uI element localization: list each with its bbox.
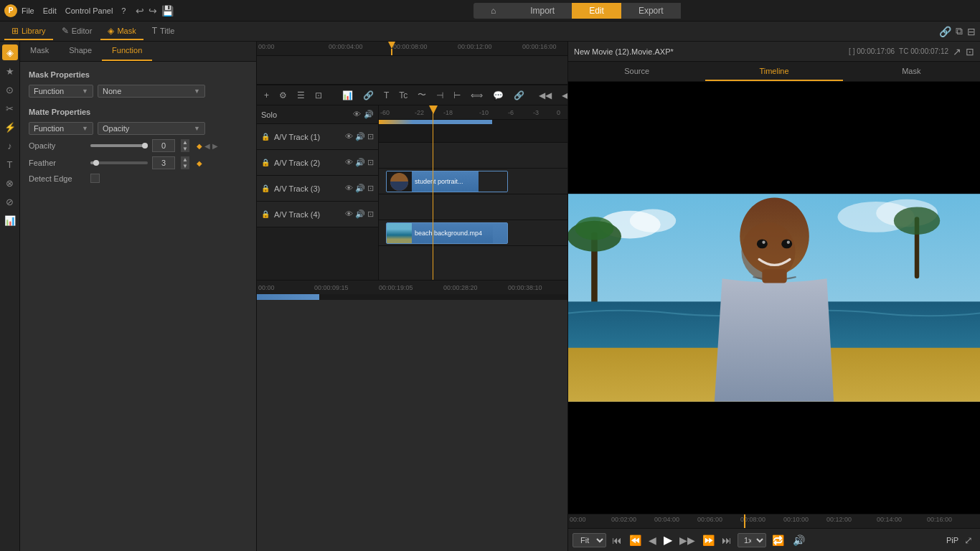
track3-audio-icon[interactable]: 🔊: [355, 184, 365, 193]
export-button[interactable]: Export: [621, 3, 681, 19]
timeline-wave-button[interactable]: 〜: [415, 88, 429, 103]
home-button[interactable]: ⌂: [473, 3, 513, 19]
preview-export-icon[interactable]: ↗: [953, 46, 961, 57]
menu-control-panel[interactable]: Control Panel: [65, 6, 113, 15]
mask-tab-mask[interactable]: Mask: [20, 42, 59, 61]
track3-expand-icon[interactable]: ⊡: [367, 184, 374, 193]
mask-type-dropdown[interactable]: Function ▼: [29, 85, 93, 98]
playback-next-frame[interactable]: ⏭: [719, 533, 735, 547]
track1-expand-icon[interactable]: ⊡: [367, 132, 374, 141]
timeline-trim-button[interactable]: ⊣: [433, 89, 446, 102]
preview-fullscreen-icon[interactable]: ⤢: [961, 533, 976, 547]
track-eye-icon[interactable]: 👁: [353, 110, 361, 119]
track4-lock-icon[interactable]: 🔒: [261, 210, 271, 218]
track2-eye-icon[interactable]: 👁: [345, 158, 353, 167]
track3-lock-icon[interactable]: 🔒: [261, 184, 271, 192]
track3-eye-icon[interactable]: 👁: [345, 184, 353, 193]
playback-back-icon[interactable]: ◀: [646, 533, 659, 547]
preview-settings-icon[interactable]: ⊡: [966, 46, 974, 57]
mask-none-dropdown[interactable]: None ▼: [98, 85, 205, 98]
timeline-text-button[interactable]: T: [381, 89, 392, 102]
clip-student[interactable]: student portrait...: [386, 171, 508, 192]
tab-library[interactable]: ⊞ Library: [4, 23, 53, 40]
timeline-subtitle-button[interactable]: Tc: [396, 89, 410, 102]
playback-play-button[interactable]: ▶: [661, 532, 675, 548]
timeline-menu-button[interactable]: ☰: [294, 89, 308, 102]
speed-dropdown[interactable]: 1x: [738, 533, 766, 547]
timeline-snap-button[interactable]: ⊡: [312, 89, 325, 102]
sidebar-text-icon[interactable]: T: [2, 156, 18, 172]
save-icon[interactable]: 💾: [161, 5, 174, 17]
keyframe-next-icon[interactable]: ▶: [212, 142, 218, 150]
track4-eye-icon[interactable]: 👁: [345, 209, 353, 219]
timeline-scrollbar[interactable]: [257, 294, 567, 300]
playback-step-back[interactable]: ⏪: [626, 533, 644, 547]
timeline-bar-chart-icon[interactable]: 📊: [339, 89, 356, 102]
preview-tab-mask[interactable]: Mask: [843, 62, 980, 81]
mask-tab-function[interactable]: Function: [102, 42, 152, 61]
preview-tab-timeline[interactable]: Timeline: [705, 62, 842, 81]
opacity-slider[interactable]: [90, 144, 148, 147]
keyframe-diamond-icon[interactable]: ◆: [197, 159, 202, 167]
mini-playhead[interactable]: [388, 42, 395, 55]
sidebar-audio-icon[interactable]: ♪: [2, 138, 18, 154]
feather-slider[interactable]: [90, 161, 148, 164]
grid-icon[interactable]: ⊟: [967, 26, 976, 37]
clip-beach[interactable]: beach background.mp4: [386, 222, 508, 244]
matte-type-dropdown[interactable]: Function ▼: [29, 122, 93, 135]
playback-volume-icon[interactable]: 🔊: [790, 533, 808, 547]
playback-forward-icon[interactable]: ▶▶: [677, 533, 698, 547]
playback-step-forward[interactable]: ⏩: [699, 533, 717, 547]
import-button[interactable]: Import: [513, 3, 572, 19]
timeline-chain-button[interactable]: 🔗: [360, 89, 377, 102]
menu-file[interactable]: File: [22, 6, 34, 15]
timeline-add-button[interactable]: +: [261, 89, 272, 102]
opacity-up[interactable]: ▲: [181, 139, 189, 146]
track4-audio-icon[interactable]: 🔊: [355, 209, 365, 219]
menu-edit[interactable]: Edit: [43, 6, 57, 15]
link-icon[interactable]: 🔗: [939, 26, 951, 37]
timeline-slip-button[interactable]: ⟺: [468, 89, 486, 102]
matte-mode-dropdown[interactable]: Opacity ▼: [98, 122, 205, 135]
opacity-input[interactable]: [152, 139, 175, 152]
track-audio-icon[interactable]: 🔊: [364, 110, 374, 119]
timeline-link-button[interactable]: 🔗: [511, 89, 527, 102]
opacity-slider-thumb[interactable]: [142, 143, 148, 149]
track-lock-icon[interactable]: 🔒: [261, 133, 271, 141]
timeline-move-left-icon[interactable]: ◀◀: [536, 89, 555, 102]
sidebar-cut-icon[interactable]: ✂: [2, 100, 18, 116]
fit-dropdown[interactable]: Fit: [573, 533, 606, 547]
tab-editor[interactable]: ✎ Editor: [55, 23, 100, 40]
sidebar-effect-icon[interactable]: ⚡: [2, 119, 18, 135]
sidebar-layer-icon[interactable]: ⊗: [2, 175, 18, 191]
sidebar-star-icon[interactable]: ★: [2, 63, 18, 79]
playback-prev-frame[interactable]: ⏮: [609, 533, 625, 547]
tab-mask[interactable]: ◈ Mask: [100, 23, 143, 40]
preview-playhead[interactable]: [744, 514, 745, 528]
copy-icon[interactable]: ⧉: [956, 25, 963, 37]
sidebar-chart-icon[interactable]: 📊: [2, 212, 18, 228]
timeline-speech-button[interactable]: 💬: [490, 89, 507, 102]
feather-input[interactable]: [152, 156, 175, 169]
mask-tab-shape[interactable]: Shape: [59, 42, 102, 61]
sidebar-color-icon[interactable]: ⊙: [2, 82, 18, 98]
detect-edge-checkbox[interactable]: [90, 174, 100, 183]
track1-audio-icon[interactable]: 🔊: [355, 132, 365, 141]
track2-lock-icon[interactable]: 🔒: [261, 159, 271, 166]
playback-loop-icon[interactable]: 🔁: [769, 533, 787, 547]
track2-audio-icon[interactable]: 🔊: [355, 158, 365, 167]
edit-button[interactable]: Edit: [572, 3, 621, 19]
menu-help[interactable]: ?: [121, 6, 126, 15]
keyframe-prev-icon[interactable]: ◀: [204, 142, 210, 150]
preview-tab-source[interactable]: Source: [568, 62, 705, 81]
opacity-down[interactable]: ▼: [181, 146, 189, 152]
feather-slider-thumb[interactable]: [93, 160, 99, 166]
undo-icon[interactable]: ↩: [136, 5, 144, 17]
track4-expand-icon[interactable]: ⊡: [367, 209, 374, 219]
sidebar-composite-icon[interactable]: ⊘: [2, 194, 18, 209]
timeline-settings-button[interactable]: ⚙: [276, 89, 290, 102]
feather-down[interactable]: ▼: [181, 163, 189, 169]
track2-expand-icon[interactable]: ⊡: [367, 158, 374, 167]
feather-up[interactable]: ▲: [181, 156, 189, 163]
sidebar-mask-icon[interactable]: ◈: [2, 44, 18, 60]
